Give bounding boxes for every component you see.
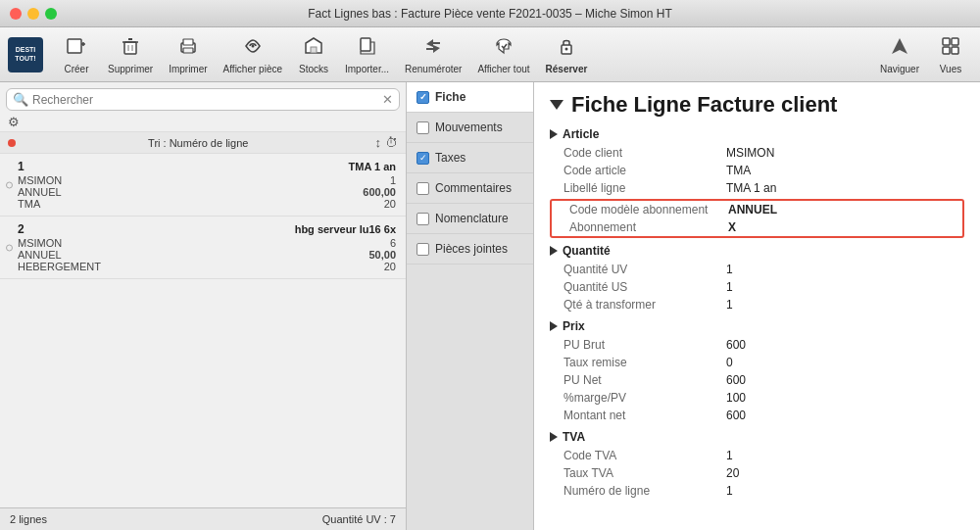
section-tva-label: TVA bbox=[563, 430, 585, 444]
main-layout: 🔍 ✕ ⚙ Tri : Numéro de ligne ↕ ⏱ 1 TMA 1 … bbox=[0, 82, 980, 530]
tab-nomenclature[interactable]: Nomenclature bbox=[407, 204, 533, 234]
field-taux-tva-value: 20 bbox=[726, 466, 739, 480]
item-period: ANNUEL bbox=[18, 249, 62, 261]
renumoroter-icon bbox=[422, 35, 444, 62]
naviguer-button[interactable]: Naviguer bbox=[874, 31, 925, 78]
tab-commentaires-label: Commentaires bbox=[435, 181, 512, 195]
field-quantite-uv-value: 1 bbox=[726, 263, 733, 276]
section-article-label: Article bbox=[563, 127, 599, 141]
item-row-2: ANNUEL 50,00 bbox=[18, 249, 396, 261]
tab-commentaires-checkbox bbox=[416, 182, 429, 195]
field-marge-pv-value: 100 bbox=[726, 391, 746, 405]
field-qte-transformer-value: 1 bbox=[726, 298, 733, 312]
item-indicator bbox=[6, 244, 13, 251]
svg-rect-18 bbox=[952, 38, 958, 45]
item-row-3: TMA 20 bbox=[18, 198, 396, 210]
stocks-button[interactable]: Stocks bbox=[292, 31, 335, 78]
svg-rect-19 bbox=[943, 47, 950, 54]
section-article-header: Article bbox=[550, 127, 964, 141]
item-client: MSIMON bbox=[18, 237, 62, 249]
tab-commentaires[interactable]: Commentaires bbox=[407, 173, 533, 204]
minimize-button[interactable] bbox=[27, 8, 39, 20]
section-quantite-header: Quantité bbox=[550, 244, 964, 258]
afficher-tout-button[interactable]: Afficher tout bbox=[471, 31, 535, 78]
section-prix-label: Prix bbox=[563, 319, 585, 333]
afficher-piece-label: Afficher pièce bbox=[223, 64, 282, 74]
tab-fiche[interactable]: Fiche bbox=[407, 82, 533, 113]
close-button[interactable] bbox=[10, 8, 22, 20]
renumoroter-button[interactable]: Renuméroter bbox=[399, 31, 467, 78]
svg-rect-3 bbox=[124, 42, 136, 54]
field-taux-remise: Taux remise 0 bbox=[550, 354, 964, 371]
section-quantite-toggle[interactable] bbox=[550, 246, 558, 256]
importer-button[interactable]: Importer... bbox=[339, 31, 395, 78]
sort-options-icon[interactable]: ⏱ bbox=[385, 135, 398, 150]
section-tva-toggle[interactable] bbox=[550, 432, 558, 442]
field-abonnement-label: Abonnement bbox=[556, 220, 728, 234]
reserver-button[interactable]: Réserver bbox=[540, 31, 594, 78]
field-libelle-ligne: Libellé ligne TMA 1 an bbox=[550, 179, 964, 197]
field-pu-brut-label: PU Brut bbox=[550, 338, 726, 352]
field-numero-ligne-label: Numéro de ligne bbox=[550, 484, 726, 498]
window-title: Fact Lignes bas : Facture Pièce vente F2… bbox=[308, 7, 672, 21]
imprimer-label: Imprimer bbox=[169, 64, 207, 74]
tab-mouvements[interactable]: Mouvements bbox=[407, 113, 533, 143]
vues-icon bbox=[940, 35, 961, 62]
field-code-article-label: Code article bbox=[550, 164, 726, 177]
list-item[interactable]: 1 TMA 1 an MSIMON 1 ANNUEL 600,00 TMA 20 bbox=[0, 154, 406, 217]
left-footer: 2 lignes Quantité UV : 7 bbox=[0, 507, 406, 530]
stocks-icon bbox=[303, 35, 324, 62]
field-code-modele-value: ANNUEL bbox=[728, 203, 777, 217]
tab-pieces-jointes[interactable]: Pièces jointes bbox=[407, 234, 533, 265]
importer-label: Importer... bbox=[345, 64, 389, 74]
field-taux-remise-value: 0 bbox=[726, 356, 733, 369]
field-code-article-value: TMA bbox=[726, 164, 751, 177]
item-tva: 20 bbox=[384, 261, 396, 272]
search-input[interactable] bbox=[32, 93, 382, 107]
field-pu-brut-value: 600 bbox=[726, 338, 746, 352]
list-item-header: 2 hbg serveur lu16 6x bbox=[18, 222, 396, 236]
section-article-toggle[interactable] bbox=[550, 129, 558, 139]
search-close-icon[interactable]: ✕ bbox=[382, 92, 393, 107]
tab-fiche-label: Fiche bbox=[435, 90, 466, 104]
field-montant-net: Montant net 600 bbox=[550, 407, 964, 424]
vues-label: Vues bbox=[940, 64, 961, 74]
importer-icon bbox=[357, 35, 378, 62]
field-abonnement: Abonnement X bbox=[552, 218, 962, 236]
afficher-piece-button[interactable]: Afficher pièce bbox=[218, 31, 288, 78]
maximize-button[interactable] bbox=[45, 8, 57, 20]
vues-button[interactable]: Vues bbox=[929, 31, 972, 78]
window-controls bbox=[10, 8, 57, 20]
supprimer-button[interactable]: Supprimer bbox=[102, 31, 159, 78]
panel-title: Fiche Ligne Facture client bbox=[550, 92, 964, 118]
section-quantite-label: Quantité bbox=[563, 244, 611, 258]
naviguer-label: Naviguer bbox=[880, 64, 919, 74]
creer-button[interactable]: Créer bbox=[55, 31, 98, 78]
item-tva: 20 bbox=[384, 198, 396, 210]
field-marge-pv: %marge/PV 100 bbox=[550, 389, 964, 407]
naviguer-icon bbox=[889, 35, 910, 62]
svg-marker-16 bbox=[892, 38, 907, 54]
item-number: 2 bbox=[18, 222, 24, 236]
section-prix-toggle[interactable] bbox=[550, 321, 558, 331]
field-quantite-us-label: Quantité US bbox=[550, 280, 726, 294]
item-type: HEBERGEMENT bbox=[18, 261, 101, 272]
list-item[interactable]: 2 hbg serveur lu16 6x MSIMON 6 ANNUEL 50… bbox=[0, 217, 406, 279]
field-numero-ligne-value: 1 bbox=[726, 484, 733, 498]
collapse-icon[interactable] bbox=[550, 100, 564, 110]
tab-taxes-checkbox bbox=[416, 152, 429, 165]
svg-rect-17 bbox=[943, 38, 950, 45]
stocks-label: Stocks bbox=[299, 64, 328, 74]
item-indicator bbox=[6, 181, 13, 188]
afficher-tout-label: Afficher tout bbox=[477, 64, 529, 74]
sort-order-icon[interactable]: ↕ bbox=[375, 135, 382, 150]
sort-label: Tri : Numéro de ligne bbox=[22, 137, 375, 149]
item-number: 1 bbox=[18, 160, 24, 173]
tab-taxes[interactable]: Taxes bbox=[407, 143, 533, 173]
imprimer-button[interactable]: Imprimer bbox=[163, 31, 213, 78]
item-row-1: MSIMON 1 bbox=[18, 174, 396, 186]
tab-mouvements-checkbox bbox=[416, 121, 429, 134]
tab-mouvements-label: Mouvements bbox=[435, 120, 503, 134]
field-taux-tva: Taux TVA 20 bbox=[550, 464, 964, 482]
field-code-client-label: Code client bbox=[550, 146, 726, 160]
